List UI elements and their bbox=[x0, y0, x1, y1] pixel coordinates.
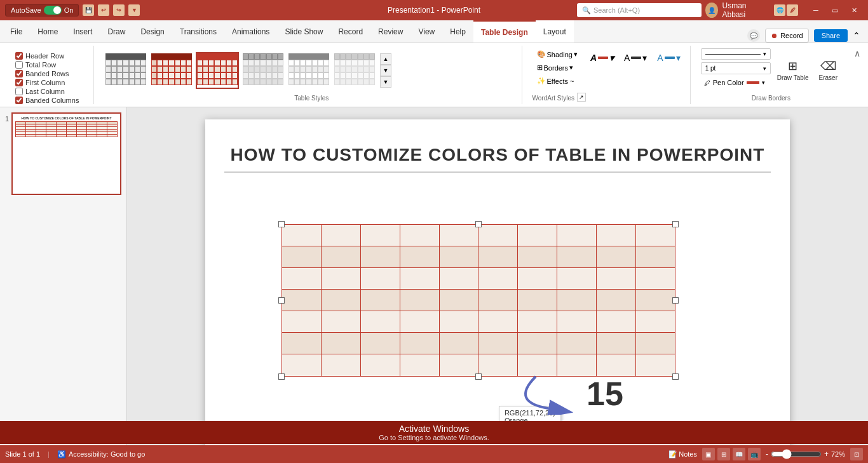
handle-bottom-left[interactable] bbox=[278, 373, 285, 380]
restore-button[interactable]: ▭ bbox=[826, 4, 844, 17]
header-row-checkbox[interactable] bbox=[15, 52, 23, 60]
redo-icon[interactable]: ↪ bbox=[113, 4, 125, 16]
tab-record[interactable]: Record bbox=[330, 20, 370, 43]
tab-draw[interactable]: Draw bbox=[100, 20, 133, 43]
scroll-up-button[interactable]: ▲ bbox=[380, 53, 391, 65]
table-style-6[interactable] bbox=[333, 52, 376, 89]
last-column-checkbox[interactable] bbox=[15, 88, 23, 95]
normal-view-icon[interactable]: ▣ bbox=[702, 448, 715, 460]
first-column-checkbox[interactable] bbox=[15, 79, 23, 86]
style1-preview bbox=[105, 53, 146, 85]
style5-preview bbox=[288, 53, 329, 85]
undo-icon[interactable]: ↩ bbox=[98, 4, 109, 16]
expand-ribbon-icon[interactable]: ⌃ bbox=[853, 30, 860, 41]
zoom-out-button[interactable]: - bbox=[766, 450, 768, 459]
slide-title[interactable]: HOW TO CUSTOMIZE COLORS OF TABLE IN POWE… bbox=[205, 119, 790, 171]
draw-table-button[interactable]: ⊞ Draw Table bbox=[773, 57, 813, 84]
tab-view[interactable]: View bbox=[410, 20, 442, 43]
presenter-view-icon[interactable]: 📺 bbox=[748, 448, 761, 460]
text-fill-button[interactable]: A ▾ bbox=[586, 51, 618, 65]
banded-rows-checkbox[interactable] bbox=[15, 70, 23, 77]
table-style-2[interactable] bbox=[150, 52, 193, 89]
autosave-toggle-knob bbox=[53, 6, 61, 14]
text-effects-button[interactable]: A ▾ bbox=[653, 51, 684, 65]
share-button[interactable]: Share bbox=[814, 29, 848, 42]
zoom-in-button[interactable]: + bbox=[824, 450, 829, 459]
style2-preview bbox=[151, 53, 192, 85]
user-area: 👤 Usman Abbasi bbox=[705, 1, 765, 19]
header-row-option[interactable]: Header Row bbox=[15, 52, 83, 60]
handle-top-right[interactable] bbox=[672, 221, 679, 227]
table-style-4[interactable] bbox=[241, 52, 285, 89]
activation-sub: Go to Settings to activate Windows. bbox=[379, 434, 489, 441]
record-tab-right[interactable]: ⏺ Record bbox=[765, 29, 808, 43]
more-styles-button[interactable]: ▼ bbox=[380, 76, 391, 88]
status-left: Slide 1 of 1 | ♿ Accessibility: Good to … bbox=[5, 450, 668, 459]
slide-table-wrapper[interactable]: RGB(211,72,23) Orange bbox=[281, 224, 675, 377]
text-outline-button[interactable]: A ▾ bbox=[620, 51, 651, 65]
scroll-down-button[interactable]: ▼ bbox=[380, 65, 391, 76]
first-column-option[interactable]: First Column bbox=[15, 79, 83, 86]
table-style-3[interactable] bbox=[196, 52, 239, 89]
window-title: Presentation1 - PowerPoint bbox=[291, 6, 577, 15]
search-box[interactable]: 🔍 Search (Alt+Q) bbox=[577, 3, 702, 17]
table-style-5[interactable] bbox=[287, 52, 330, 89]
tab-slideshow[interactable]: Slide Show bbox=[277, 20, 330, 43]
tab-help[interactable]: Help bbox=[442, 20, 473, 43]
borders-button[interactable]: ⊞ Borders ▾ bbox=[532, 62, 582, 74]
total-row-checkbox[interactable] bbox=[15, 61, 23, 69]
handle-top-middle[interactable] bbox=[475, 221, 482, 227]
zoom-slider[interactable] bbox=[771, 449, 822, 459]
customize-icon[interactable]: ▼ bbox=[128, 4, 140, 16]
handle-bottom-middle[interactable] bbox=[475, 373, 482, 380]
slide-canvas: HOW TO CUSTOMIZE COLORS OF TABLE IN POWE… bbox=[127, 107, 868, 461]
style-scroll-controls: ▲ ▼ ▼ bbox=[379, 52, 393, 89]
banded-columns-checkbox[interactable] bbox=[15, 97, 23, 104]
save-icon[interactable]: 💾 bbox=[83, 4, 94, 16]
tab-insert[interactable]: Insert bbox=[65, 20, 100, 43]
tab-transitions[interactable]: Transitions bbox=[172, 20, 224, 43]
fit-slide-button[interactable]: ⊡ bbox=[850, 448, 863, 460]
tab-animations[interactable]: Animations bbox=[224, 20, 277, 43]
text-effects-color bbox=[665, 57, 675, 59]
table-style-1[interactable] bbox=[104, 52, 147, 89]
slide-sorter-icon[interactable]: ⊞ bbox=[717, 448, 730, 460]
shading-button[interactable]: 🎨 Shading ▾ bbox=[532, 48, 582, 60]
globe-icon[interactable]: 🌐 bbox=[774, 4, 785, 16]
slide-thumbnail[interactable]: HOW TO CUSTOMIZE COLORS OF TABLE IN POWE… bbox=[11, 112, 121, 195]
last-column-option[interactable]: Last Column bbox=[15, 88, 83, 95]
handle-middle-right[interactable] bbox=[672, 297, 679, 304]
handle-top-left[interactable] bbox=[278, 221, 285, 227]
total-row-option[interactable]: Total Row bbox=[15, 61, 83, 69]
tab-table-design[interactable]: Table Design bbox=[473, 20, 536, 43]
line-style-selector[interactable]: ▾ bbox=[701, 48, 771, 60]
notes-button[interactable]: 📝 Notes bbox=[668, 450, 697, 459]
slide-panel: 1 HOW TO CUSTOMIZE COLORS OF TABLE IN PO… bbox=[0, 107, 127, 461]
reading-view-icon[interactable]: 📖 bbox=[733, 448, 745, 460]
banded-columns-option[interactable]: Banded Columns bbox=[15, 97, 83, 104]
comments-icon[interactable]: 💬 bbox=[747, 29, 760, 42]
tab-review[interactable]: Review bbox=[370, 20, 410, 43]
accessibility-status: ♿ Accessibility: Good to go bbox=[57, 450, 145, 459]
tab-layout[interactable]: Layout bbox=[536, 20, 574, 43]
wordart-expand-icon[interactable]: ↗ bbox=[577, 93, 586, 102]
handle-middle-left[interactable] bbox=[278, 297, 285, 304]
line-weight-selector[interactable]: 1 pt ▾ bbox=[701, 62, 771, 74]
eraser-button[interactable]: ⌫ Eraser bbox=[815, 57, 841, 84]
collapse-ribbon-button[interactable]: ∧ bbox=[854, 48, 860, 58]
brush-icon[interactable]: 🖊 bbox=[787, 4, 798, 16]
slide-table[interactable] bbox=[281, 224, 675, 377]
close-button[interactable]: ✕ bbox=[845, 4, 863, 17]
tab-file[interactable]: File bbox=[3, 20, 30, 43]
minimize-button[interactable]: ─ bbox=[807, 4, 825, 17]
banded-columns-label: Banded Columns bbox=[25, 97, 79, 104]
autosave-button[interactable]: AutoSave On bbox=[5, 4, 79, 17]
svg-text:15: 15 bbox=[587, 375, 623, 412]
autosave-toggle[interactable] bbox=[44, 6, 62, 15]
pen-color-button[interactable]: 🖊 Pen Color ▾ bbox=[701, 77, 771, 88]
accessibility-text: Accessibility: Good to go bbox=[69, 450, 145, 458]
tab-design[interactable]: Design bbox=[133, 20, 172, 43]
banded-rows-option[interactable]: Banded Rows bbox=[15, 70, 83, 77]
effects-button[interactable]: ✨ Effects ~ bbox=[532, 75, 582, 87]
tab-home[interactable]: Home bbox=[30, 20, 65, 43]
